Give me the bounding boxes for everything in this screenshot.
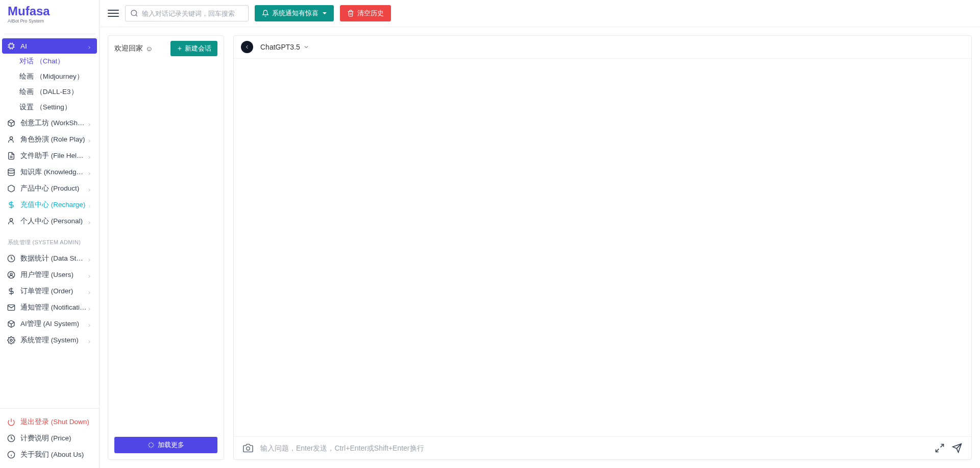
info-circle-icon — [7, 451, 15, 459]
sidebar-item-personal[interactable]: 个人中心 (Personal) — [0, 213, 99, 229]
svg-point-14 — [10, 339, 12, 341]
button-label: 清空历史 — [357, 9, 384, 18]
send-button[interactable] — [952, 443, 962, 453]
chevron-right-icon — [87, 202, 92, 207]
sidebar-item-roleplay[interactable]: 角色扮演 (Role Play) — [0, 131, 99, 148]
sidebar-item-label: 创意工坊 (WorkShop) — [20, 119, 87, 128]
database-icon — [7, 168, 15, 176]
sidebar-sub-dalle3[interactable]: 绘画 （DALL-E3） — [19, 84, 99, 100]
sidebar-item-product[interactable]: 产品中心 (Product) — [0, 180, 99, 197]
bell-icon — [262, 10, 269, 17]
sidebar-item-about[interactable]: 关于我们 (About Us) — [0, 447, 99, 463]
main: 系统通知有惊喜 清空历史 欢迎回家 ☺ 新建会话 — [100, 0, 980, 468]
loading-icon — [148, 441, 155, 449]
sidebar-item-label: 数据统计 (Data Statistics) — [20, 254, 87, 263]
svg-point-2 — [10, 137, 12, 139]
smile-icon: ☺ — [145, 44, 153, 53]
clock-icon — [7, 254, 15, 263]
button-label: 新建会话 — [185, 44, 211, 53]
chevron-right-icon — [87, 121, 92, 126]
sidebar-item-label: 产品中心 (Product) — [20, 184, 87, 193]
chevron-right-icon — [87, 289, 92, 294]
mail-icon — [7, 303, 15, 312]
sidebar-item-knowledge[interactable]: 知识库 (Knowledge Base) — [0, 164, 99, 180]
sidebar-item-label: 对话 （Chat） — [19, 57, 92, 66]
svg-point-5 — [8, 169, 14, 171]
expand-button[interactable] — [935, 443, 945, 453]
cube-icon — [7, 320, 15, 328]
file-icon — [7, 152, 15, 160]
sidebar-item-notification[interactable]: 通知管理 (Notification) — [0, 299, 99, 316]
sidebar-item-system[interactable]: 系统管理 (System) — [0, 332, 99, 348]
caret-down-icon — [323, 12, 327, 14]
svg-rect-0 — [9, 44, 13, 48]
svg-point-7 — [10, 219, 12, 221]
welcome-text: 欢迎回家 — [114, 44, 143, 53]
chevron-right-icon — [87, 170, 92, 175]
sidebar-sub-chat[interactable]: 对话 （Chat） — [19, 54, 99, 69]
search-input[interactable] — [125, 5, 249, 21]
sidebar-item-label: 关于我们 (About Us) — [20, 450, 92, 459]
sidebar-item-order[interactable]: 订单管理 (Order) — [0, 283, 99, 299]
chevron-down-icon — [303, 44, 309, 50]
sidebar-item-recharge[interactable]: 充值中心 (Recharge) — [0, 197, 99, 213]
sidebar-item-label: 充值中心 (Recharge) — [20, 200, 87, 209]
info-icon — [7, 434, 15, 442]
svg-line-30 — [149, 446, 150, 447]
model-name: ChatGPT3.5 — [260, 43, 300, 51]
menu-toggle-button[interactable] — [108, 8, 119, 19]
plus-icon — [177, 45, 183, 52]
sidebar-item-workshop[interactable]: 创意工坊 (WorkShop) — [0, 115, 99, 131]
conversations-panel: 欢迎回家 ☺ 新建会话 加载更多 — [108, 35, 224, 460]
sidebar-item-label: 设置 （Setting） — [19, 103, 92, 112]
expand-icon — [935, 443, 945, 453]
new-conversation-button[interactable]: 新建会话 — [170, 41, 217, 56]
model-selector[interactable]: ChatGPT3.5 — [260, 43, 309, 51]
conversation-list — [108, 61, 224, 431]
sidebar-item-label: 通知管理 (Notification) — [20, 303, 87, 312]
dollar-icon — [7, 201, 15, 209]
sidebar-sub-midjourney[interactable]: 绘画 （Midjourney） — [19, 69, 99, 84]
sidebar-sub-setting[interactable]: 设置 （Setting） — [19, 100, 99, 115]
svg-line-27 — [152, 446, 153, 447]
chevron-right-icon — [87, 321, 92, 326]
sidebar-item-aisystem[interactable]: AI管理 (AI System) — [0, 316, 99, 332]
chevron-right-icon — [87, 186, 92, 191]
sidebar-item-logout[interactable]: 退出登录 (Shut Down) — [0, 414, 99, 430]
chevron-right-icon — [87, 338, 92, 343]
sidebar-section-title: 系统管理 (SYSTEM ADMIN) — [0, 229, 99, 250]
user-circle-icon — [7, 217, 15, 225]
chat-panel: ChatGPT3.5 — [233, 35, 972, 460]
package-icon — [7, 184, 15, 193]
system-notify-button[interactable]: 系统通知有惊喜 — [255, 5, 334, 21]
logo: Mufasa AIBot Pro System — [0, 0, 99, 26]
chat-messages — [234, 59, 971, 436]
svg-point-10 — [10, 273, 12, 275]
svg-point-32 — [247, 447, 250, 451]
users-icon — [7, 271, 15, 279]
sidebar-item-filehelper[interactable]: 文件助手 (File Helper) — [0, 148, 99, 164]
chat-input[interactable] — [260, 444, 927, 452]
sidebar-item-label: 用户管理 (Users) — [20, 270, 87, 279]
logo-subtitle: AIBot Pro System — [8, 18, 91, 24]
user-icon — [7, 135, 15, 144]
sidebar-item-statistics[interactable]: 数据统计 (Data Statistics) — [0, 250, 99, 267]
svg-point-20 — [131, 10, 137, 16]
trash-icon — [347, 10, 354, 17]
sidebar-item-label: 知识库 (Knowledge Base) — [20, 168, 87, 177]
svg-line-33 — [941, 444, 944, 448]
svg-line-31 — [152, 443, 153, 444]
box-icon — [7, 119, 15, 127]
clear-history-button[interactable]: 清空历史 — [340, 5, 391, 21]
sidebar-item-users[interactable]: 用户管理 (Users) — [0, 267, 99, 283]
sidebar-item-ai[interactable]: AI — [2, 38, 97, 54]
collapse-sidebar-button[interactable] — [241, 41, 253, 53]
sidebar-item-label: 绘画 （DALL-E3） — [19, 87, 92, 97]
chevron-right-icon — [87, 137, 92, 142]
dollar-icon — [7, 287, 15, 295]
load-more-button[interactable]: 加载更多 — [114, 437, 217, 453]
sidebar-item-price[interactable]: 计费说明 (Price) — [0, 430, 99, 447]
topbar: 系统通知有惊喜 清空历史 — [100, 0, 980, 27]
image-upload-button[interactable] — [243, 443, 253, 453]
sidebar-item-label: 计费说明 (Price) — [20, 434, 92, 443]
